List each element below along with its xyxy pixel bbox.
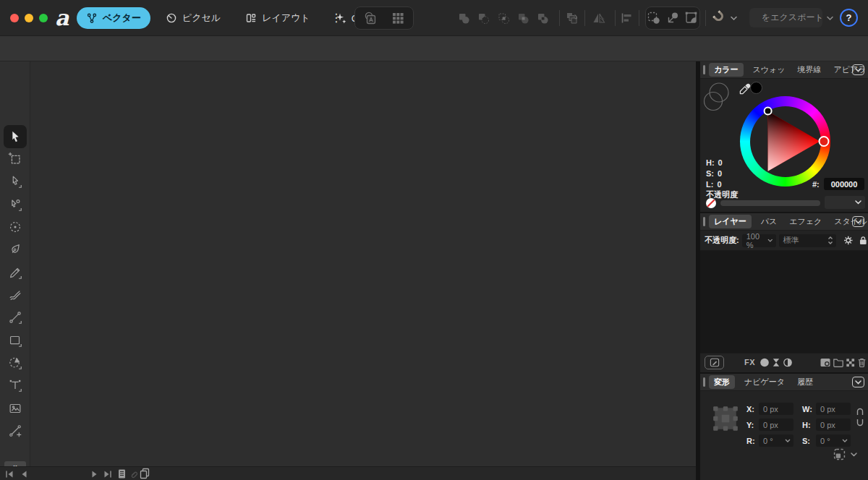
delete-layer-trash-icon[interactable] [857,356,867,369]
anchor-point-selector[interactable] [712,404,739,433]
measure-tool-button[interactable] [4,421,27,441]
panel-menu-button[interactable] [852,64,864,75]
tab-history[interactable]: 履歴 [794,375,816,389]
opacity-slider[interactable] [720,200,820,206]
tab-pixel-persona[interactable]: ピクセル [156,7,230,29]
duplicate-icon[interactable] [139,468,150,480]
export-button[interactable]: をエクスポート [749,8,822,27]
flip-horizontal-icon[interactable] [592,11,606,25]
close-window-button[interactable] [10,14,19,22]
tab-layout-persona[interactable]: レイアウト [236,7,320,29]
panel-menu-button[interactable] [852,216,864,227]
boolean-divide-icon[interactable] [516,12,529,25]
place-image-tool-button[interactable] [4,398,27,419]
picked-color-swatch[interactable] [750,82,762,94]
enable-transform-origin-icon[interactable] [665,11,680,25]
layers-list[interactable] [700,251,868,353]
boolean-add-icon[interactable] [457,12,470,25]
document-canvas[interactable] [30,61,696,466]
persona-overflow-menu[interactable]: ⋮ [331,10,342,26]
boolean-combine-icon[interactable] [536,12,549,25]
node-tool-button[interactable] [4,171,27,192]
adjustment-layer-icon[interactable] [771,357,781,368]
panel-drag-handle[interactable] [703,65,705,74]
snapping-dropdown-chevron-icon[interactable] [731,16,737,21]
lightness-value[interactable]: 0 [717,180,721,189]
link-icon[interactable] [128,468,139,479]
rectangle-tool-button[interactable] [4,330,27,351]
grid-options-icon[interactable] [391,11,405,25]
y-input[interactable]: 0 px [759,419,793,431]
vector-brush-tool-button[interactable] [4,285,27,305]
tab-stroke[interactable]: 境界線 [795,63,825,77]
image-layer-icon[interactable] [820,357,831,368]
boolean-subtract-icon[interactable] [477,12,490,25]
corner-tool-button[interactable] [4,307,27,327]
cycle-selection-box-icon[interactable] [684,11,699,25]
blend-mode-dropdown[interactable]: 標準 [779,234,836,247]
pencil-tool-button[interactable] [4,262,27,283]
first-page-icon[interactable] [4,469,14,479]
tab-vector-persona[interactable]: ベクター [77,7,150,29]
alignment-icon[interactable] [620,12,633,25]
layer-settings-gear-icon[interactable] [843,235,854,246]
hex-input[interactable]: 000000 [824,178,864,190]
link-dimensions-icon[interactable] [855,406,865,429]
tab-transform[interactable]: 変形 [709,375,735,389]
next-page-icon[interactable] [90,469,100,479]
tab-layers[interactable]: レイヤー [709,215,752,228]
saturation-value[interactable]: 0 [718,169,722,178]
point-transform-tool-button[interactable] [4,217,27,237]
layer-effects-button[interactable]: FX [744,358,755,367]
bounds-dropdown-chevron-icon[interactable] [851,453,857,457]
w-input[interactable]: 0 px [816,403,851,415]
zoom-window-button[interactable] [39,14,48,22]
hsl-color-wheel[interactable] [740,96,830,187]
transform-objects-separately-icon[interactable] [647,11,661,25]
mask-layer-icon[interactable] [760,357,770,368]
boolean-intersect-icon[interactable] [497,12,510,25]
rotation-input[interactable]: 0 ° [759,434,793,447]
sl-marker[interactable] [765,108,772,115]
previous-page-icon[interactable] [19,469,29,479]
minimize-window-button[interactable] [25,14,33,22]
panel-drag-handle[interactable] [703,377,705,387]
tab-swatches[interactable]: スウォッ [750,63,788,77]
artboard-tool-button[interactable] [4,149,27,169]
hue-value[interactable]: 0 [718,158,723,167]
move-tool-button[interactable] [4,125,27,148]
export-dropdown-chevron-icon[interactable] [827,16,833,21]
panel-menu-button[interactable] [852,377,864,387]
shape-tool-button[interactable] [4,353,27,373]
selection-bounds-icon[interactable] [833,448,846,460]
help-button[interactable]: ? [840,9,858,27]
arrange-order-icon[interactable] [564,11,579,25]
tab-effects[interactable]: エフェク [786,215,825,228]
shear-input[interactable]: 0 ° [816,434,851,447]
tab-paths[interactable]: パス [758,215,780,228]
fill-adjustment-icon[interactable] [783,357,793,368]
tab-color[interactable]: カラー [709,63,744,77]
auto-select-text-icon[interactable] [363,11,378,25]
tab-navigator[interactable]: ナビゲータ [741,375,788,389]
snapping-magnet-icon[interactable] [712,10,727,25]
transparency-checker-icon[interactable] [846,358,856,368]
h-input[interactable]: 0 px [816,419,851,431]
lock-icon[interactable] [859,235,868,246]
edit-all-layers-button[interactable] [705,356,724,369]
pages-icon[interactable] [116,468,127,479]
hue-marker[interactable] [820,137,829,146]
x-input[interactable]: 0 px [759,403,793,415]
fill-stroke-wells[interactable] [703,82,731,113]
group-layers-folder-icon[interactable] [833,357,844,368]
last-page-icon[interactable] [103,469,113,479]
pen-tool-button[interactable] [4,239,27,260]
layout-persona-icon [245,12,257,24]
layer-opacity-field[interactable]: 100 % [742,234,776,247]
panel-drag-handle[interactable] [703,217,705,226]
text-tool-button[interactable] [4,375,27,395]
saturation-lightness-triangle[interactable] [740,96,830,187]
contour-tool-button[interactable] [4,194,27,215]
no-color-swatch[interactable] [705,197,717,209]
opacity-dropdown[interactable] [825,196,865,209]
